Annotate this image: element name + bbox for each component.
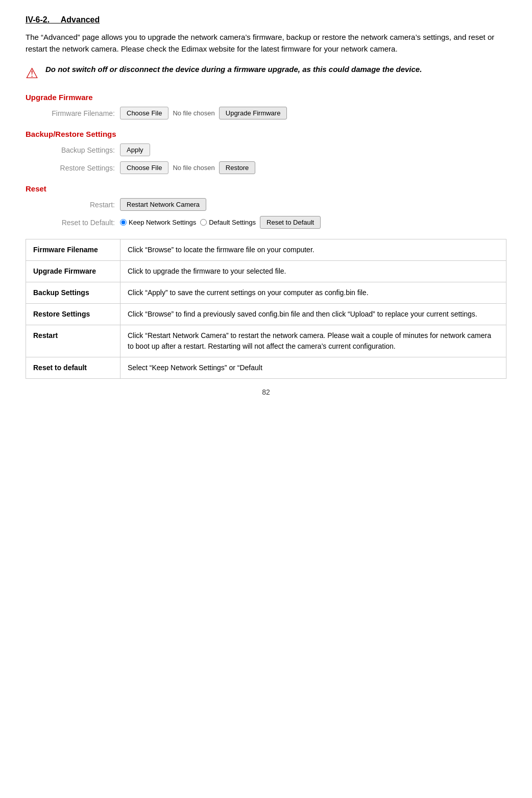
restore-settings-row: Restore Settings: Choose File No file ch… [31,161,506,174]
page-number: 82 [26,388,506,396]
default-settings-option[interactable]: Default Settings [200,219,256,226]
table-definition: Select “Keep Network Settings” or “Defau… [120,357,506,379]
keep-network-settings-option[interactable]: Keep Network Settings [120,219,196,226]
reset-section-title: Reset [26,184,506,193]
table-term: Reset to default [26,357,120,379]
upgrade-firmware-form: Firmware Filename: Choose File No file c… [26,107,506,119]
table-definition: Click “Browse” to locate the firmware fi… [120,239,506,261]
upgrade-firmware-button[interactable]: Upgrade Firmware [219,107,287,119]
default-settings-label: Default Settings [209,219,256,226]
upgrade-firmware-section-title: Upgrade Firmware [26,93,506,102]
backup-settings-controls: Apply [120,143,150,156]
warning-text: Do not switch off or disconnect the devi… [45,64,422,76]
reset-form: Restart: Restart Network Camera Reset to… [26,198,506,229]
table-row: Firmware FilenameClick “Browse” to locat… [26,239,506,261]
section-title: Advanced [61,15,100,24]
firmware-filename-row: Firmware Filename: Choose File No file c… [31,107,506,119]
table-row: Backup SettingsClick “Apply” to save the… [26,282,506,304]
intro-paragraph: The “Advanced” page allows you to upgrad… [26,32,506,55]
table-definition: Click “Apply” to save the current settin… [120,282,506,304]
firmware-filename-label: Firmware Filename: [31,109,115,117]
page-heading: IV-6-2. Advanced [26,15,506,25]
keep-network-settings-label: Keep Network Settings [129,219,196,226]
table-row: Upgrade FirmwareClick to upgrade the fir… [26,261,506,282]
table-row: RestartClick “Restart Network Camera” to… [26,325,506,357]
restore-button[interactable]: Restore [219,161,256,174]
table-row: Restore SettingsClick “Browse” to find a… [26,304,506,325]
reset-to-default-row: Reset to Default: Keep Network Settings … [31,216,506,229]
keep-network-settings-radio[interactable] [120,219,127,226]
table-term: Firmware Filename [26,239,120,261]
table-term: Backup Settings [26,282,120,304]
table-term: Upgrade Firmware [26,261,120,282]
firmware-no-file-text: No file chosen [173,109,214,117]
restart-controls: Restart Network Camera [120,198,206,211]
backup-restore-form: Backup Settings: Apply Restore Settings:… [26,143,506,174]
backup-restore-section-title: Backup/Restore Settings [26,130,506,138]
reset-radio-group: Keep Network Settings Default Settings [120,219,256,226]
default-settings-radio[interactable] [200,219,207,226]
restore-no-file-text: No file chosen [173,164,214,172]
description-table: Firmware FilenameClick “Browse” to locat… [26,239,506,379]
reset-to-default-button[interactable]: Reset to Default [260,216,321,229]
section-number: IV-6-2. [26,15,50,24]
restart-label: Restart: [31,201,115,209]
table-definition: Click “Browse” to find a previously save… [120,304,506,325]
restore-settings-controls: Choose File No file chosen Restore [120,161,255,174]
backup-settings-row: Backup Settings: Apply [31,143,506,156]
table-definition: Click “Restart Network Camera” to restar… [120,325,506,357]
firmware-choose-file-button[interactable]: Choose File [120,107,168,119]
warning-icon: ⚠ [26,65,38,82]
reset-to-default-label: Reset to Default: [31,219,115,227]
restore-choose-file-button[interactable]: Choose File [120,161,168,174]
backup-settings-label: Backup Settings: [31,146,115,154]
restart-network-camera-button[interactable]: Restart Network Camera [120,198,206,211]
restore-settings-label: Restore Settings: [31,164,115,172]
restart-row: Restart: Restart Network Camera [31,198,506,211]
warning-box: ⚠ Do not switch off or disconnect the de… [26,64,506,82]
firmware-filename-controls: Choose File No file chosen Upgrade Firmw… [120,107,287,119]
table-term: Restore Settings [26,304,120,325]
reset-to-default-controls: Keep Network Settings Default Settings R… [120,216,321,229]
table-row: Reset to defaultSelect “Keep Network Set… [26,357,506,379]
table-term: Restart [26,325,120,357]
table-definition: Click to upgrade the firmware to your se… [120,261,506,282]
backup-apply-button[interactable]: Apply [120,143,150,156]
